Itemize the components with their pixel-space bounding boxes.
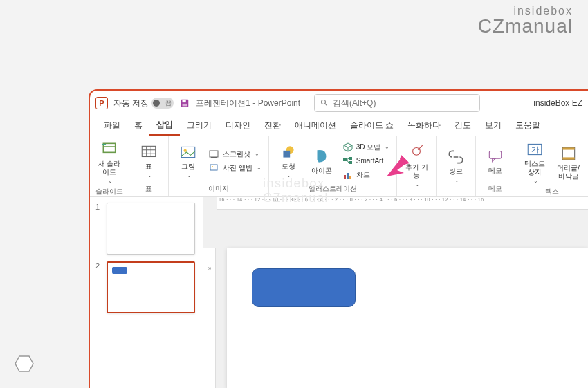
header-footer-button[interactable]: 머리글/바닥글 [553,143,584,182]
photo-album-button[interactable]: 사진 앨범⌄ [206,162,264,174]
svg-line-23 [344,145,348,147]
link-button[interactable]: 링크 ⌄ [441,147,471,185]
svg-rect-17 [211,157,217,158]
tab-review[interactable]: 검토 [448,116,478,136]
group-comments: 메모 메모 [476,136,515,196]
hex-badge-icon [14,353,35,374]
group-slides: + 새 슬라이드 ⌄ 슬라이드 [90,136,129,196]
chevron-down-icon: ⌄ [187,172,192,178]
search-box[interactable] [314,94,480,112]
document-title: 프레젠테이션1 - PowerPoint [196,98,300,109]
svg-text:+: + [102,140,106,148]
group-label: 슬라이드 [95,187,123,196]
svg-rect-14 [181,147,195,157]
autosave-state: 끔 [165,99,172,108]
search-input[interactable] [333,98,474,108]
svg-marker-36 [493,158,495,161]
3d-models-button[interactable]: 3D 모델⌄ [340,141,393,154]
tab-slideshow[interactable]: 슬라이드 쇼 [343,116,401,136]
tab-animations[interactable]: 애니메이션 [288,116,343,136]
horizontal-ruler: 16 · · · 14 · · · 12 · · · 10 · · · 8 · … [217,197,588,210]
ribbon-tabs: 파일 홈 삽입 그리기 디자인 전환 애니메이션 슬라이드 쇼 녹화하다 검토 … [90,116,588,136]
slide-thumb-2[interactable]: 2 [95,261,197,313]
svg-rect-16 [210,151,218,157]
shapes-icon [279,143,297,161]
vertical-ruler: 8 [203,248,216,388]
app-window: 자동 저장 끔 프레젠테이션1 - PowerPoint insideBox E… [89,89,588,388]
ribbon: + 새 슬라이드 ⌄ 슬라이드 표 ⌄ 표 그림 [90,136,588,197]
table-button[interactable]: 표 ⌄ [134,142,164,180]
chevron-down-icon: ⌄ [147,172,152,178]
save-button[interactable] [179,98,190,109]
header-footer-icon [560,145,578,163]
svg-rect-35 [490,151,502,158]
comment-button[interactable]: 메모 [480,146,511,176]
mini-shape-icon [112,267,127,274]
slide-thumb-1[interactable]: 1 [95,203,197,255]
tab-record[interactable]: 녹화하다 [401,116,448,136]
slide-canvas-area[interactable]: 16 · · · 14 · · · 12 · · · 10 · · · 8 · … [203,197,588,388]
cube-icon [342,142,353,153]
tab-design[interactable]: 디자인 [219,116,257,136]
svg-rect-31 [344,175,346,179]
svg-rect-28 [349,161,352,164]
svg-rect-18 [210,165,217,170]
tab-home[interactable]: 홈 [127,116,149,136]
slide-number: 2 [95,261,102,313]
slide-preview[interactable] [107,203,195,255]
svg-rect-33 [349,176,351,179]
workspace: 1 2 16 · · · 14 · · · 12 · · · 10 · · · … [90,197,588,388]
group-text: 가 텍스트 상자 ⌄ 머리글/바닥글 텍스 [515,136,588,196]
tab-insert[interactable]: 삽입 [149,116,180,136]
group-label: 메모 [488,184,502,194]
group-images: 그림 ⌄ 스크린샷⌄ 사진 앨범⌄ 이미지 [169,136,269,196]
slide-thumbnails-panel[interactable]: 1 2 [90,197,203,388]
table-icon [140,143,158,161]
svg-rect-26 [343,158,347,161]
rounded-rectangle-shape[interactable] [252,268,356,307]
new-slide-icon: + [100,140,118,158]
group-label: 텍스 [545,187,559,196]
svg-rect-21 [283,151,290,158]
svg-rect-32 [347,173,349,179]
annotation-arrow-icon [383,152,411,180]
tab-help[interactable]: 도움말 [508,116,547,136]
shapes-button[interactable]: 도형 ⌄ [273,142,304,180]
slide-canvas[interactable] [227,248,588,388]
search-icon [320,99,329,107]
pictures-button[interactable]: 그림 ⌄ [173,142,203,180]
picture-icon [179,143,197,161]
slide-preview[interactable] [107,261,195,313]
textbox-icon: 가 [526,140,544,158]
chevron-down-icon: ⌄ [108,178,113,184]
titlebar: 자동 저장 끔 프레젠테이션1 - PowerPoint insideBox E… [90,91,588,116]
album-icon [209,163,220,174]
group-label: 표 [145,184,152,194]
svg-point-19 [212,166,213,167]
svg-line-5 [325,104,327,106]
svg-line-30 [347,160,349,163]
icons-button[interactable]: 아이콘 [306,146,337,176]
tab-draw[interactable]: 그리기 [180,116,219,136]
tab-transitions[interactable]: 전환 [257,116,288,136]
comment-icon [486,147,504,165]
group-label: 일러스트레이션 [309,184,357,194]
toggle-switch-icon[interactable]: 끔 [151,98,174,109]
chart-icon [342,169,353,181]
screenshot-icon [209,149,220,160]
account-label[interactable]: insideBox EZ [533,98,582,108]
svg-marker-0 [15,356,33,371]
autosave-toggle[interactable]: 자동 저장 끔 [113,98,174,109]
svg-point-4 [322,100,326,104]
screenshot-button[interactable]: 스크린샷⌄ [206,148,264,160]
smartart-icon [342,156,353,167]
group-illustrations: 도형 ⌄ 아이콘 3D 모델⌄ SmartArt [269,136,398,196]
svg-line-29 [347,158,349,160]
tab-file[interactable]: 파일 [97,116,127,136]
svg-line-24 [348,145,352,147]
textbox-button[interactable]: 가 텍스트 상자 ⌄ [520,139,550,185]
watermark-line2: CZmanual [478,17,573,36]
new-slide-button[interactable]: + 새 슬라이드 ⌄ [94,139,125,185]
tab-view[interactable]: 보기 [478,116,508,136]
group-tables: 표 ⌄ 표 [129,136,169,196]
